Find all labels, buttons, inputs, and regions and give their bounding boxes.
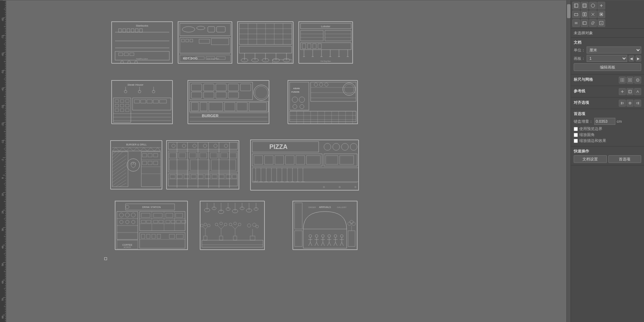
guide-icon-2[interactable]	[627, 88, 634, 95]
svg-rect-8	[135, 29, 138, 32]
svg-text:ASIAN: ASIAN	[293, 87, 300, 90]
svg-text:Steak House: Steak House	[127, 83, 143, 86]
icon-btn-7[interactable]	[589, 10, 597, 18]
svg-point-147	[343, 83, 355, 95]
drawing-card[interactable]: Steak House	[111, 80, 172, 124]
icon-btn-8[interactable]	[597, 10, 605, 18]
main-area: Starbucks healthy juice	[0, 0, 644, 322]
edit-page-btn[interactable]: 编辑画板	[574, 63, 641, 71]
page-next-btn[interactable]: ▶	[636, 55, 641, 62]
svg-line-172	[112, 148, 116, 151]
svg-point-202	[133, 162, 135, 164]
svg-rect-110	[120, 109, 124, 112]
svg-rect-20	[180, 23, 231, 36]
svg-rect-130	[200, 102, 207, 111]
drawing-card[interactable]: BURGER & GRILL	[110, 140, 162, 189]
svg-point-303	[125, 213, 129, 217]
svg-point-419	[348, 222, 351, 226]
drawing-card[interactable]: Lobster	[298, 21, 353, 63]
icon-btn-view[interactable]	[581, 19, 588, 27]
svg-line-405	[327, 242, 329, 246]
svg-point-16	[121, 61, 123, 64]
svg-rect-127	[228, 92, 239, 98]
unit-select[interactable]: 厘米 像素 毫米	[587, 46, 641, 53]
svg-rect-207	[142, 153, 147, 157]
drawing-card[interactable]: HOT DOG Hot Dog Man	[178, 21, 232, 63]
canvas-area[interactable]: Starbucks healthy juice	[6, 0, 571, 322]
scale-strokes-checkbox[interactable]	[574, 139, 578, 143]
svg-line-390	[309, 242, 310, 246]
round-corners-label: 缩放圆角	[579, 132, 595, 137]
svg-rect-49	[239, 46, 292, 53]
svg-text:healthy juice: healthy juice	[136, 58, 148, 60]
svg-point-221	[172, 144, 175, 148]
svg-rect-98	[141, 100, 146, 103]
prefs-btn[interactable]: 首选项	[608, 155, 642, 163]
svg-rect-240	[170, 175, 175, 178]
drawing-card[interactable]	[237, 21, 293, 63]
svg-rect-332	[147, 234, 150, 238]
svg-rect-379	[250, 236, 255, 240]
icon-btn-2[interactable]	[581, 2, 588, 9]
grid-icon-3[interactable]	[634, 77, 641, 84]
svg-rect-220	[168, 142, 238, 149]
drawing-card[interactable]: ASIAN FUSION	[288, 80, 358, 124]
svg-rect-433	[583, 13, 584, 16]
page-select[interactable]: 1 2	[587, 55, 627, 62]
svg-rect-97	[134, 100, 140, 103]
preview-border-checkbox[interactable]	[574, 127, 578, 131]
svg-point-201	[131, 162, 133, 164]
keyboard-input[interactable]	[594, 118, 615, 125]
icon-btn-6[interactable]	[581, 10, 588, 18]
align-icon-1[interactable]	[619, 100, 626, 107]
svg-rect-126	[216, 92, 226, 98]
grid-icon-2[interactable]	[627, 77, 634, 84]
svg-line-391	[310, 242, 312, 246]
svg-rect-105	[126, 100, 129, 102]
svg-line-185	[158, 148, 161, 151]
icon-btn-4[interactable]	[597, 2, 605, 9]
icon-btn-export[interactable]	[597, 19, 605, 27]
drawing-card[interactable]	[200, 201, 264, 250]
drawing-card[interactable]	[166, 140, 239, 189]
drawing-card[interactable]: Starbucks healthy juice	[111, 21, 172, 63]
svg-rect-434	[585, 13, 586, 16]
drawing-card[interactable]: ARRIVALS ORDER GALLERY	[292, 201, 357, 250]
icon-btn-link[interactable]	[589, 19, 597, 27]
svg-rect-209	[154, 153, 158, 157]
drawing-card[interactable]: DRINK STATION COFFEE	[115, 201, 187, 250]
icon-btn-layers[interactable]	[572, 19, 580, 27]
svg-rect-109	[115, 109, 119, 112]
icon-btn-1[interactable]	[572, 2, 580, 9]
svg-rect-100	[153, 100, 158, 103]
guide-icon-3[interactable]	[634, 88, 641, 95]
scrollbar[interactable]	[566, 0, 571, 322]
doc-settings-btn[interactable]: 文档设置	[574, 155, 607, 163]
icon-btn-3[interactable]	[589, 2, 597, 9]
svg-point-18	[135, 61, 137, 64]
svg-text:BURGER & GRILL: BURGER & GRILL	[126, 143, 147, 146]
svg-rect-459	[637, 102, 638, 104]
icon-btn-5[interactable]	[572, 10, 580, 18]
svg-line-396	[317, 242, 318, 246]
align-icon-3[interactable]	[634, 100, 641, 107]
svg-rect-452	[629, 90, 631, 93]
align-section-title: 对齐选项	[574, 100, 589, 105]
svg-rect-261	[275, 156, 284, 164]
svg-rect-232	[210, 153, 217, 158]
round-corners-checkbox[interactable]	[574, 133, 578, 137]
align-icon-2[interactable]	[627, 100, 634, 107]
page-prev-btn[interactable]: ◀	[629, 55, 634, 62]
svg-line-180	[140, 148, 144, 151]
scale-strokes-label: 缩放描边和效果	[579, 138, 606, 143]
guide-icon-1[interactable]	[619, 88, 626, 95]
drawing-card[interactable]: PIZZA	[250, 139, 359, 190]
svg-rect-318	[154, 213, 162, 217]
scrollbar-thumb[interactable]	[567, 4, 571, 18]
svg-rect-423	[295, 203, 302, 229]
svg-rect-15	[130, 53, 134, 56]
drawing-card[interactable]: BURGER	[187, 80, 269, 124]
svg-rect-28	[190, 39, 193, 42]
svg-rect-111	[126, 109, 129, 112]
grid-icon-1[interactable]	[619, 77, 626, 84]
